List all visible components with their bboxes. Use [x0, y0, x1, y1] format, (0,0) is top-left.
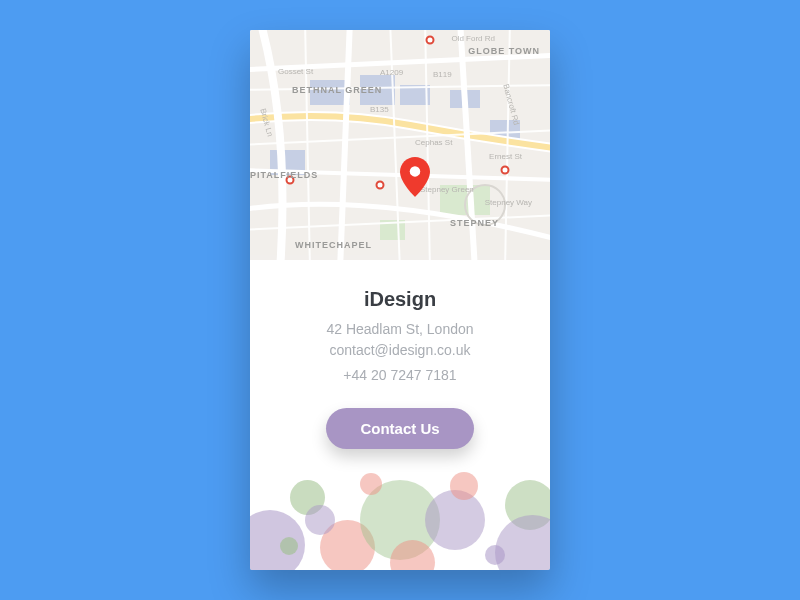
company-address: 42 Headlam St, London: [270, 319, 530, 340]
map-label-whitechapel: WHITECHAPEL: [295, 240, 372, 250]
road-label-b119: B119: [433, 70, 452, 79]
contact-card: BETHNAL GREEN GLOBE TOWN PITALFIELDS WHI…: [250, 30, 550, 570]
map-roads: [250, 30, 550, 260]
road-label-gosset: Gosset St: [278, 67, 313, 76]
contact-info: iDesign 42 Headlam St, London contact@id…: [250, 260, 550, 570]
company-name: iDesign: [270, 288, 530, 311]
svg-point-11: [377, 182, 384, 189]
contact-us-button[interactable]: Contact Us: [326, 408, 473, 449]
road-label-stepney-green: Stepney Green: [420, 185, 474, 194]
road-label-b135: B135: [370, 105, 389, 114]
svg-point-13: [502, 167, 509, 174]
road-label-a1209: A1209: [380, 68, 403, 77]
map-label-stepney: STEPNEY: [450, 218, 499, 228]
road-label-old-ford: Old Ford Rd: [451, 34, 495, 43]
company-phone: +44 20 7247 7181: [270, 365, 530, 386]
map-view[interactable]: BETHNAL GREEN GLOBE TOWN PITALFIELDS WHI…: [250, 30, 550, 260]
bokeh-decoration: [250, 440, 550, 570]
map-label-bethnal-green: BETHNAL GREEN: [292, 85, 382, 95]
road-label-cephas: Cephas St: [415, 138, 452, 147]
map-label-spitalfields: PITALFIELDS: [250, 170, 318, 180]
road-label-ernest: Ernest St: [489, 152, 522, 161]
road-label-stepney-way: Stepney Way: [485, 198, 532, 207]
svg-point-12: [427, 37, 434, 44]
company-email: contact@idesign.co.uk: [270, 340, 530, 361]
map-label-globe-town: GLOBE TOWN: [468, 46, 540, 56]
